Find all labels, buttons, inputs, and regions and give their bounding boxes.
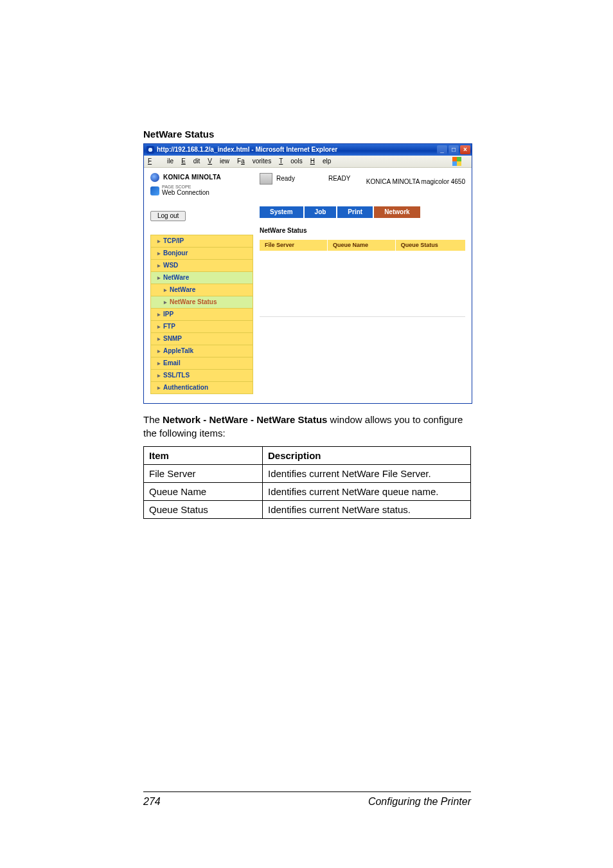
nav-ftp[interactable]: FTP	[150, 320, 253, 333]
menu-bar: File Edit View Favorites Tools Help	[144, 156, 472, 168]
menu-tools[interactable]: Tools	[279, 158, 302, 165]
globe-icon	[150, 186, 159, 195]
desc-header-description: Description	[263, 447, 471, 465]
status-ready-upper: READY	[328, 175, 350, 183]
table-row: Queue Name Identifies current NetWare qu…	[144, 483, 471, 501]
col-file-server: File Server	[260, 240, 328, 251]
brand-row: KONICA MINOLTA	[150, 173, 253, 182]
window-titlebar: http://192.168.1.2/a_index.html - Micros…	[144, 144, 472, 156]
content-footer-rule	[260, 316, 465, 320]
side-nav: TCP/IP Bonjour WSD NetWare NetWare NetWa…	[150, 235, 253, 394]
footer-title: Configuring the Printer	[368, 796, 471, 808]
ie-icon	[147, 146, 154, 154]
menu-help[interactable]: Help	[310, 158, 332, 165]
screenshot-window: http://192.168.1.2/a_index.html - Micros…	[143, 143, 472, 404]
minimize-icon[interactable]: _	[437, 145, 447, 154]
nav-netware-status[interactable]: NetWare Status	[150, 296, 253, 309]
nav-tcpip[interactable]: TCP/IP	[150, 235, 253, 248]
tab-job[interactable]: Job	[305, 206, 337, 218]
windows-flag-icon	[452, 157, 461, 166]
page-footer: 274 Configuring the Printer	[143, 791, 471, 808]
nav-authentication[interactable]: Authentication	[150, 381, 253, 394]
menu-view[interactable]: View	[208, 158, 229, 165]
table-row: File Server Identifies current NetWare F…	[144, 465, 471, 483]
logout-button[interactable]: Log out	[150, 211, 186, 221]
page-number: 274	[143, 796, 161, 808]
col-queue-status: Queue Status	[395, 240, 465, 251]
brand-logo-icon	[150, 173, 159, 182]
status-ready: Ready	[276, 175, 295, 183]
menu-file[interactable]: File	[148, 158, 173, 165]
brand-name: KONICA MINOLTA	[163, 174, 221, 181]
tab-network[interactable]: Network	[374, 206, 420, 218]
content-heading: NetWare Status	[260, 227, 465, 235]
nav-bonjour[interactable]: Bonjour	[150, 247, 253, 260]
nav-netware-sub[interactable]: NetWare	[150, 284, 253, 296]
tab-system[interactable]: System	[260, 206, 303, 218]
nav-snmp[interactable]: SNMP	[150, 332, 253, 345]
nav-appletalk[interactable]: AppleTalk	[150, 345, 253, 357]
maximize-icon[interactable]: □	[449, 145, 459, 154]
col-queue-name: Queue Name	[328, 240, 396, 251]
nav-email[interactable]: Email	[150, 357, 253, 370]
nav-ssltls[interactable]: SSL/TLS	[150, 369, 253, 382]
desc-header-item: Item	[144, 447, 263, 465]
nav-wsd[interactable]: WSD	[150, 259, 253, 272]
table-row: Queue Status Identifies current NetWare …	[144, 501, 471, 519]
printer-icon	[260, 173, 272, 185]
tab-print[interactable]: Print	[337, 206, 373, 218]
nav-netware[interactable]: NetWare	[150, 271, 253, 284]
description-table: Item Description File Server Identifies …	[143, 446, 471, 519]
tab-bar: System Job Print Network	[260, 206, 465, 218]
menu-favorites[interactable]: Favorites	[237, 158, 271, 165]
menu-edit[interactable]: Edit	[181, 158, 200, 165]
close-icon[interactable]: ×	[460, 145, 470, 154]
netware-status-table: File Server Queue Name Queue Status	[260, 240, 465, 310]
window-title: http://192.168.1.2/a_index.html - Micros…	[157, 146, 437, 154]
brand-sub: PAGE SCOPE Web Connection	[150, 185, 253, 197]
caption-text: The Network - NetWare - NetWare Status w…	[143, 413, 471, 440]
table-row	[260, 251, 465, 310]
section-heading: NetWare Status	[143, 129, 471, 140]
nav-ipp[interactable]: IPP	[150, 308, 253, 321]
